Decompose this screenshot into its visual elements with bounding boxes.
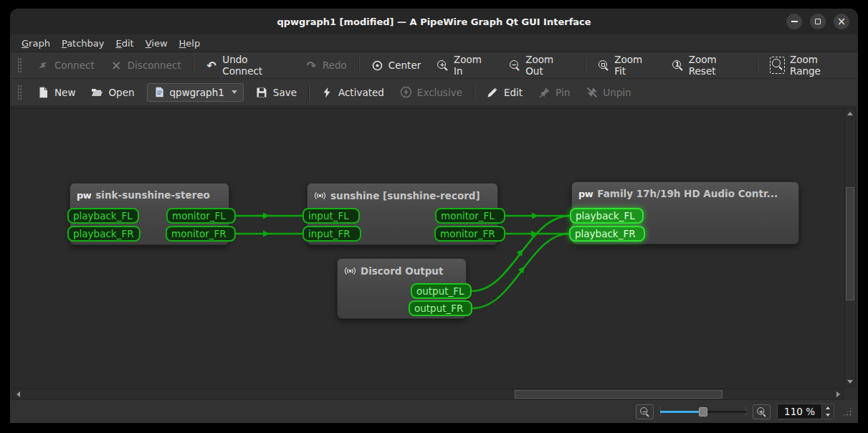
zoom-out-icon: −	[509, 60, 521, 72]
disconnect-icon: ×	[110, 60, 123, 72]
port-input-fr[interactable]: input_FR	[302, 226, 361, 242]
zoom-out-button[interactable]: − Zoom Out	[501, 54, 581, 76]
disconnect-button[interactable]: × Disconnect	[102, 54, 189, 76]
new-document-icon	[37, 86, 49, 98]
horizontal-scrollbar-thumb[interactable]	[515, 390, 722, 399]
redo-icon: ↷	[305, 60, 318, 72]
zoom-percent-spinbox[interactable]: 110 %	[777, 404, 834, 419]
scroll-left-arrow[interactable]	[13, 389, 23, 399]
zoom-in-button[interactable]: + Zoom In	[429, 54, 500, 76]
statusbar-zoom-in-button[interactable]: +	[753, 404, 771, 419]
connections-layer	[11, 108, 845, 389]
close-button[interactable]: ×	[834, 14, 849, 29]
port-input-fl[interactable]: input_FL	[302, 208, 360, 224]
lightning-icon	[321, 86, 333, 98]
port-monitor-fr[interactable]: monitor_FR	[434, 226, 505, 242]
toolbar-patchbay: New Open qpwgraph1 Save Act	[10, 79, 858, 106]
new-button[interactable]: New	[29, 82, 83, 103]
spin-down-button[interactable]	[822, 411, 834, 419]
connect-button[interactable]: Connect	[29, 54, 102, 76]
pin-label: Pin	[555, 87, 570, 98]
zoom-in-icon: +	[756, 406, 766, 417]
port-monitor-fl[interactable]: monitor_FL	[435, 208, 505, 224]
triangle-up-icon	[847, 112, 853, 115]
toolbar-drag-handle[interactable]	[17, 85, 22, 100]
port-playback-fl[interactable]: playback_FL	[67, 208, 139, 224]
triangle-up-icon	[826, 406, 830, 409]
chevron-down-icon	[232, 90, 237, 94]
window-controls: ×	[786, 14, 849, 29]
pin-icon	[538, 86, 550, 98]
slider-track-filled	[660, 411, 702, 413]
triangle-left-icon	[16, 391, 20, 397]
scroll-down-arrow[interactable]	[845, 376, 855, 386]
horizontal-scrollbar[interactable]	[12, 389, 844, 400]
exclusive-button[interactable]: Exclusive	[392, 82, 470, 103]
port-playback-fl[interactable]: playback_FL	[570, 208, 644, 224]
zoom-range-button[interactable]: Zoom Range	[762, 54, 858, 76]
slider-track-empty	[702, 411, 746, 413]
wire-arrow-icon	[263, 231, 270, 237]
menu-patchbay[interactable]: Patchbay	[56, 37, 110, 50]
activated-button[interactable]: Activated	[313, 82, 392, 103]
port-monitor-fl[interactable]: monitor_FL	[166, 208, 236, 224]
toolbar-separator	[308, 84, 310, 101]
menu-view[interactable]: View	[140, 37, 173, 50]
menu-graph[interactable]: Graph	[16, 37, 56, 50]
unpin-button[interactable]: Unpin	[578, 82, 639, 103]
zoom-reset-label: Zoom Reset	[689, 54, 745, 77]
menubar: Graph Patchbay Edit View Help	[10, 34, 858, 52]
zoom-out-icon: −	[639, 406, 649, 417]
scroll-right-arrow[interactable]	[833, 389, 843, 399]
lightning-circle-icon	[400, 86, 412, 98]
menu-help[interactable]: Help	[173, 37, 206, 50]
window-resize-grip[interactable]	[842, 406, 852, 417]
zoom-slider-handle[interactable]	[699, 407, 707, 417]
spin-up-button[interactable]	[822, 404, 834, 411]
titlebar: qpwgraph1 [modified] — A PipeWire Graph …	[10, 9, 858, 34]
zoom-reset-icon: 1	[672, 60, 684, 72]
statusbar-zoom-out-button[interactable]: −	[636, 404, 654, 419]
pin-button[interactable]: Pin	[530, 82, 578, 103]
edit-button[interactable]: Edit	[479, 82, 530, 103]
port-output-fr[interactable]: output_FR	[409, 300, 472, 316]
zoom-slider[interactable]	[660, 405, 746, 418]
maximize-button[interactable]	[810, 14, 826, 29]
graph-viewport[interactable]: pw sink-sunshine-stereo sunshine [sunshi…	[11, 108, 845, 389]
wire-arrow-icon	[532, 213, 538, 219]
toolbar-separator	[358, 57, 360, 74]
connect-label: Connect	[54, 60, 95, 71]
activated-label: Activated	[338, 87, 384, 98]
vertical-scrollbar[interactable]	[844, 108, 856, 387]
maximize-icon	[815, 19, 821, 24]
session-combobox[interactable]: qpwgraph1	[147, 83, 244, 102]
zoom-in-icon: +	[437, 60, 449, 72]
app-window: qpwgraph1 [modified] — A PipeWire Graph …	[10, 9, 858, 423]
edit-label: Edit	[504, 87, 523, 98]
center-button[interactable]: Center	[363, 54, 429, 76]
triangle-right-icon	[836, 391, 840, 397]
scroll-up-arrow[interactable]	[845, 108, 855, 118]
toolbar-separator	[585, 57, 586, 74]
redo-button[interactable]: ↷ Redo	[297, 54, 355, 76]
redo-label: Redo	[323, 60, 347, 71]
statusbar: − + 110 %	[10, 400, 858, 423]
toolbar-separator	[757, 57, 758, 74]
save-button[interactable]: Save	[248, 82, 305, 103]
port-playback-fr[interactable]: playback_FR	[67, 226, 140, 242]
wire-arrow-icon	[263, 213, 270, 219]
zoom-fit-button[interactable]: Zoom Fit	[590, 54, 664, 76]
session-combobox-value: qpwgraph1	[170, 87, 224, 98]
vertical-scrollbar-thumb[interactable]	[846, 187, 854, 300]
port-monitor-fr[interactable]: monitor_FR	[166, 226, 236, 242]
toolbar-drag-handle[interactable]	[17, 57, 22, 73]
pin-crossed-icon	[586, 86, 598, 98]
port-playback-fr[interactable]: playback_FR	[569, 226, 645, 242]
undo-connect-button[interactable]: ↶ Undo Connect	[198, 54, 297, 76]
open-button[interactable]: Open	[83, 82, 142, 103]
port-output-fl[interactable]: output_FL	[411, 283, 472, 299]
disconnect-label: Disconnect	[128, 60, 181, 71]
menu-edit[interactable]: Edit	[110, 37, 140, 50]
minimize-button[interactable]	[786, 14, 802, 29]
zoom-reset-button[interactable]: 1 Zoom Reset	[664, 54, 753, 76]
